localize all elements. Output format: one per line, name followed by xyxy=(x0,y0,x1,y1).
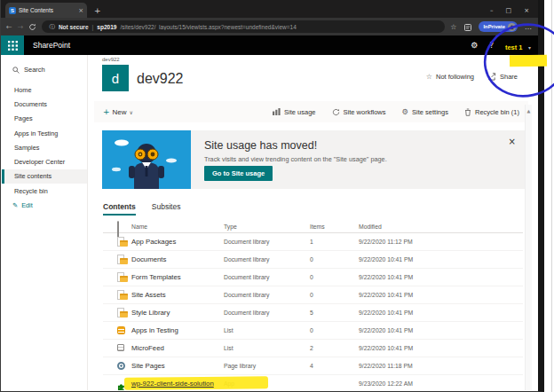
trash-icon xyxy=(464,108,471,116)
address-bar[interactable]: ⓘ Not secure | sp2019 /sites/dev922/_lay… xyxy=(42,20,445,33)
sidebar-item-pages[interactable]: Pages xyxy=(2,112,87,126)
share-button[interactable]: Share xyxy=(488,73,518,81)
sharepoint-brand[interactable]: SharePoint xyxy=(33,41,70,50)
banner-close-icon[interactable]: × xyxy=(509,137,516,146)
banner-title: Site usage has moved! xyxy=(204,139,317,152)
sidebar-item-samples[interactable]: Samples xyxy=(2,140,87,154)
list-icon xyxy=(117,326,125,334)
site-usage-button[interactable]: Site usage xyxy=(273,108,315,116)
sidebar-item-apps-in-testing[interactable]: Apps in Testing xyxy=(2,126,87,140)
edit-navigation-link[interactable]: ✎ Edit xyxy=(2,201,87,209)
security-label: Not secure xyxy=(59,24,89,30)
sharepoint-favicon-icon: S xyxy=(9,7,16,14)
tab-subsites[interactable]: Subsites xyxy=(152,202,181,216)
table-header: Name Type Items Modified xyxy=(103,220,523,233)
help-icon[interactable]: ? xyxy=(489,41,494,50)
banner-subtitle: Track visits and view trending content o… xyxy=(204,155,387,163)
document-library-icon xyxy=(117,255,128,264)
tab-close-icon[interactable]: × xyxy=(78,7,83,14)
new-button[interactable]: + New ∨ xyxy=(103,107,133,116)
chart-icon xyxy=(273,108,281,115)
document-library-icon xyxy=(117,237,128,247)
url-separator: | xyxy=(92,24,94,30)
chevron-down-icon: ∨ xyxy=(130,109,133,115)
url-path: /sites/dev922/_layouts/15/viewlsts.aspx?… xyxy=(120,24,296,30)
search-label: Search xyxy=(24,66,45,74)
account-menu[interactable]: test 1 ▾ xyxy=(505,37,531,53)
page-edge-line xyxy=(551,0,552,392)
site-usage-banner: Site usage has moved! Track visits and v… xyxy=(102,130,526,189)
new-tab-button[interactable]: + xyxy=(94,6,101,15)
table-row[interactable]: Form Templates Document library 0 9/22/2… xyxy=(103,269,523,286)
browser-urlbar: ← → ⓘ Not secure | sp2019 /sites/dev922/… xyxy=(1,18,538,35)
table-row[interactable]: MicroFeed List 2 9/22/2020 10:41 PM xyxy=(103,340,523,357)
table-row[interactable]: Documents Document library 0 9/22/2020 1… xyxy=(103,251,523,269)
window-close-button[interactable]: × xyxy=(524,7,529,14)
table-row[interactable]: Style Library Document library 5 9/22/20… xyxy=(103,304,523,322)
refresh-button[interactable] xyxy=(28,19,36,35)
contents-table: Name Type Items Modified App Packages Do… xyxy=(103,220,523,390)
back-button[interactable]: ← xyxy=(6,23,12,31)
page-title: dev922 xyxy=(137,71,184,87)
breadcrumb[interactable]: dev922 xyxy=(102,57,120,62)
recycle-bin-button[interactable]: Recycle bin (1) xyxy=(464,108,519,116)
scroll-up-icon[interactable]: ▲ xyxy=(526,108,532,114)
go-to-site-usage-button[interactable]: Go to Site usage xyxy=(204,166,273,181)
inprivate-badge: InPrivate xyxy=(479,21,518,32)
page-library-icon xyxy=(117,362,125,370)
gear-icon: ⚙ xyxy=(401,107,408,116)
tab-title: Site Contents xyxy=(19,7,75,13)
table-row[interactable]: Site Pages Page library 4 9/22/2020 11:1… xyxy=(103,357,523,375)
table-row[interactable]: wp-922-client-side-solution App 9/23/202… xyxy=(103,375,523,390)
sidebar-item-site-contents[interactable]: Site contents xyxy=(2,169,87,184)
content-tabs: Contents Subsites xyxy=(103,202,180,216)
chevron-down-icon: ▾ xyxy=(528,44,531,51)
window-maximize-button[interactable]: □ xyxy=(506,7,512,14)
site-settings-button[interactable]: ⚙ Site settings xyxy=(401,107,447,116)
forward-button[interactable]: → xyxy=(18,23,24,31)
browser-tab[interactable]: S Site Contents × xyxy=(5,3,87,18)
sidebar-item-recycle-bin[interactable]: Recycle bin xyxy=(2,184,87,198)
plus-icon: + xyxy=(103,107,110,116)
app-launcher-button[interactable] xyxy=(1,35,24,55)
favorite-star-icon[interactable]: ☆ xyxy=(450,23,456,31)
browser-window: S Site Contents × + – □ × ← → ⓘ Not secu… xyxy=(0,0,544,392)
pencil-icon: ✎ xyxy=(12,201,18,209)
banner-illustration xyxy=(102,130,191,189)
document-library-icon xyxy=(117,272,128,282)
browser-titlebar: S Site Contents × + – □ × xyxy=(1,0,538,18)
browser-menu-icon[interactable]: … xyxy=(525,23,533,31)
table-row[interactable]: Site Assets Document library 0 9/22/2020… xyxy=(103,286,523,304)
settings-gear-icon[interactable]: ⚙ xyxy=(471,41,478,50)
left-navigation: Search Home Documents Pages Apps in Test… xyxy=(2,55,88,390)
user-name: test 1 xyxy=(505,43,523,51)
document-library-icon xyxy=(117,290,128,300)
url-host: sp2019 xyxy=(97,24,116,30)
window-minimize-button[interactable]: – xyxy=(490,7,494,14)
command-bar: + New ∨ Site usage Site xyxy=(94,101,528,122)
share-icon xyxy=(488,73,496,81)
profile-avatar[interactable] xyxy=(508,23,516,31)
search-box[interactable]: Search xyxy=(2,62,87,82)
vertical-scrollbar[interactable]: ▲ xyxy=(525,105,532,390)
suite-bar: SharePoint ⚙ ? test 1 ▾ xyxy=(1,35,538,55)
info-icon[interactable]: ⓘ xyxy=(49,23,55,31)
search-icon xyxy=(12,67,20,74)
table-row[interactable]: Apps in Testing List 0 9/22/2020 10:41 P… xyxy=(103,322,523,340)
site-workflows-button[interactable]: Site workflows xyxy=(332,108,386,116)
tab-contents[interactable]: Contents xyxy=(103,202,136,216)
document-library-icon xyxy=(117,308,128,318)
site-logo[interactable]: d xyxy=(102,65,129,91)
list-icon xyxy=(117,344,124,351)
star-icon: ☆ xyxy=(426,73,432,81)
collections-icon[interactable] xyxy=(464,19,471,35)
sync-icon xyxy=(332,108,340,116)
sidebar-item-developer-center[interactable]: Developer Center xyxy=(2,154,87,169)
waffle-icon xyxy=(8,41,18,51)
follow-button[interactable]: ☆ Not following xyxy=(426,73,474,81)
table-row[interactable]: App Packages Document library 1 9/22/202… xyxy=(103,233,523,251)
sidebar-item-documents[interactable]: Documents xyxy=(2,97,87,111)
document-icon xyxy=(117,221,119,238)
sidebar-item-home[interactable]: Home xyxy=(2,82,87,97)
